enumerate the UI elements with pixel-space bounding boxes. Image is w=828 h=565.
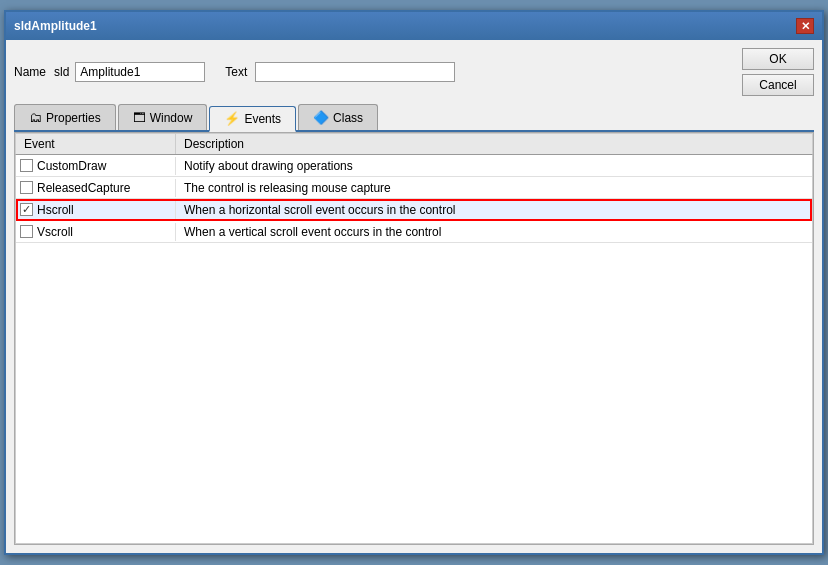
name-input[interactable]: [75, 62, 205, 82]
name-label: Name: [14, 65, 46, 79]
table-row[interactable]: CustomDraw Notify about drawing operatio…: [16, 155, 812, 177]
table-header: Event Description: [15, 133, 813, 155]
desc-cell: Notify about drawing operations: [176, 157, 812, 175]
title-bar: sldAmplitude1 ✕: [6, 12, 822, 40]
tab-window-label: Window: [150, 111, 193, 125]
event-cell: ReleasedCapture: [16, 179, 176, 197]
desc-cell: When a vertical scroll event occurs in t…: [176, 223, 812, 241]
window-title: sldAmplitude1: [14, 19, 97, 33]
event-cell: CustomDraw: [16, 157, 176, 175]
class-icon: 🔷: [313, 110, 329, 125]
event-name: CustomDraw: [37, 159, 106, 173]
tab-class-label: Class: [333, 111, 363, 125]
table-row[interactable]: Vscroll When a vertical scroll event occ…: [16, 221, 812, 243]
row-checkbox[interactable]: [20, 225, 33, 238]
text-label: Text: [225, 65, 247, 79]
properties-icon: 🗂: [29, 110, 42, 125]
table-row-hscroll[interactable]: ✓ Hscroll When a horizontal scroll event…: [16, 199, 812, 221]
col-event-header: Event: [16, 134, 176, 154]
events-table-container: Event Description CustomDraw Notify abou…: [14, 132, 814, 545]
event-name: ReleasedCapture: [37, 181, 130, 195]
table-body: CustomDraw Notify about drawing operatio…: [15, 155, 813, 544]
col-desc-header: Description: [176, 134, 812, 154]
tab-events-label: Events: [244, 112, 281, 126]
sld-prefix: sld: [54, 65, 69, 79]
event-name: Hscroll: [37, 203, 74, 217]
row-checkbox-checked[interactable]: ✓: [20, 203, 33, 216]
table-row[interactable]: ReleasedCapture The control is releasing…: [16, 177, 812, 199]
tabs-row: 🗂 Properties 🗔 Window ⚡ Events 🔷 Class: [14, 104, 814, 132]
cancel-button[interactable]: Cancel: [742, 74, 814, 96]
row-checkbox[interactable]: [20, 159, 33, 172]
desc-cell: When a horizontal scroll event occurs in…: [176, 201, 812, 219]
dialog-window: sldAmplitude1 ✕ Name sld Text OK Cancel …: [4, 10, 824, 555]
tab-class[interactable]: 🔷 Class: [298, 104, 378, 130]
window-icon: 🗔: [133, 110, 146, 125]
text-input[interactable]: [255, 62, 455, 82]
checkmark-icon: ✓: [22, 204, 31, 215]
event-cell: ✓ Hscroll: [16, 201, 176, 219]
row-checkbox[interactable]: [20, 181, 33, 194]
ok-button[interactable]: OK: [742, 48, 814, 70]
tab-properties-label: Properties: [46, 111, 101, 125]
desc-cell: The control is releasing mouse capture: [176, 179, 812, 197]
close-button[interactable]: ✕: [796, 18, 814, 34]
table-empty-space: [16, 243, 812, 543]
event-name: Vscroll: [37, 225, 73, 239]
events-icon: ⚡: [224, 111, 240, 126]
dialog-body: Name sld Text OK Cancel 🗂 Properties 🗔 W…: [6, 40, 822, 553]
tab-events[interactable]: ⚡ Events: [209, 106, 296, 132]
tab-window[interactable]: 🗔 Window: [118, 104, 208, 130]
event-cell: Vscroll: [16, 223, 176, 241]
tab-properties[interactable]: 🗂 Properties: [14, 104, 116, 130]
